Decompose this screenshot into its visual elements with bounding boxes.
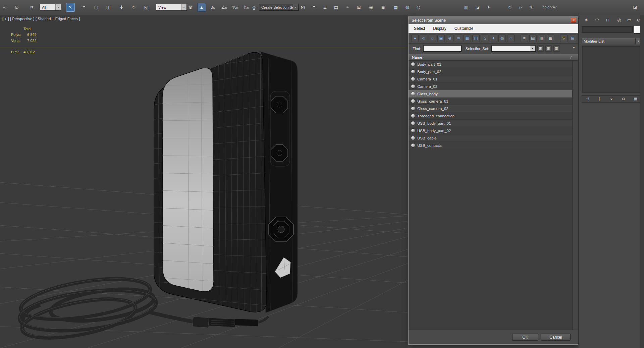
display-shapes-icon[interactable]: ◇: [420, 35, 427, 42]
render-setup-icon[interactable]: ▣: [379, 3, 388, 12]
viewport-label[interactable]: [ + ] [ Perspective ] [ Shaded + Edged F…: [2, 17, 80, 21]
dialog-titlebar[interactable]: Select From Scene ✕: [409, 17, 578, 24]
unlink-selection-icon[interactable]: ∅: [12, 3, 21, 12]
configure-sets-icon[interactable]: ▤: [632, 96, 640, 102]
utility-a-icon[interactable]: ◪: [473, 3, 482, 12]
display-bones-icon[interactable]: ⌂: [481, 35, 488, 42]
selection-filter-icon[interactable]: ▽: [560, 35, 568, 42]
display-xrefs-icon[interactable]: ◫: [472, 35, 480, 42]
create-tab-icon[interactable]: ✶: [582, 16, 591, 24]
select-by-set-icon[interactable]: ⊡: [553, 45, 560, 52]
scene-undo-icon[interactable]: ↻: [505, 3, 514, 12]
scene-list-item[interactable]: Body_part_01: [409, 61, 573, 68]
display-hidden-icon[interactable]: ▱: [507, 35, 515, 42]
schematic-view-icon[interactable]: ⊞: [355, 3, 363, 12]
display-expand-icon[interactable]: ▦: [547, 35, 554, 42]
menu-select[interactable]: Select: [410, 24, 429, 33]
select-and-rotate-icon[interactable]: ↻: [129, 3, 138, 12]
align-icon[interactable]: ≡: [310, 3, 318, 12]
rendered-frame-icon[interactable]: ▦: [391, 3, 400, 12]
select-object-icon[interactable]: ↖: [66, 3, 75, 12]
curve-editor-icon[interactable]: ≈: [343, 3, 352, 12]
scene-list-item[interactable]: Glsss_camera_01: [409, 98, 573, 105]
mirror-icon[interactable]: ⋈: [299, 3, 307, 12]
scene-list-item[interactable]: Camera_02: [409, 83, 573, 90]
display-invert-icon[interactable]: ▥: [538, 35, 545, 42]
script-editor-icon[interactable]: ▥: [462, 3, 471, 12]
rectangular-selection-icon[interactable]: ▢: [92, 3, 101, 12]
scene-list-item[interactable]: USB_body_part_01: [409, 120, 573, 127]
add-selected-icon[interactable]: ⊟: [545, 45, 552, 52]
close-icon[interactable]: ✕: [571, 18, 576, 23]
modify-tab-icon[interactable]: ◠: [592, 16, 602, 24]
cancel-button[interactable]: Cancel: [541, 334, 571, 341]
modifier-stack[interactable]: [582, 46, 642, 93]
scene-list-item[interactable]: USB_cable: [409, 134, 573, 142]
motion-tab-icon[interactable]: ◎: [614, 16, 624, 24]
list-scrollbar[interactable]: [572, 61, 578, 330]
scene-list-item[interactable]: Camera_01: [409, 75, 573, 83]
scene-list-item[interactable]: Glass_body: [409, 90, 573, 98]
viewport[interactable]: [ + ] [ Perspective ] [ Shaded + Edged F…: [0, 15, 408, 348]
named-selection-sets-icon[interactable]: {}: [250, 3, 258, 12]
show-end-result-icon[interactable]: ∥: [595, 96, 603, 102]
chevron-down-icon[interactable]: ▼: [573, 46, 575, 49]
display-cameras-icon[interactable]: ▣: [437, 35, 445, 42]
ok-button[interactable]: OK: [512, 334, 538, 341]
bind-to-space-warp-icon[interactable]: ≋: [28, 3, 36, 12]
star-tool-icon[interactable]: ✳: [527, 3, 536, 12]
display-helpers-icon[interactable]: ⊕: [446, 35, 453, 42]
display-frozen-icon[interactable]: ◍: [498, 35, 506, 42]
display-groups-icon[interactable]: ▦: [464, 35, 471, 42]
list-header[interactable]: Name ∕: [409, 54, 578, 61]
display-geometry-icon[interactable]: ●: [411, 35, 419, 42]
snap-toggle-icon[interactable]: 3ₙ: [208, 3, 217, 12]
layer-manager-icon[interactable]: ≣: [321, 3, 329, 12]
scene-list-item[interactable]: Glsss_camera_02: [409, 105, 573, 112]
angle-snap-icon[interactable]: ∠ₙ: [220, 3, 228, 12]
hierarchy-tab-icon[interactable]: ⊓: [603, 16, 612, 24]
percent-snap-icon[interactable]: %ₙ: [231, 3, 239, 12]
create-new-set-icon[interactable]: ⊞: [537, 45, 544, 52]
play-animation-icon[interactable]: ▹: [516, 3, 525, 12]
display-tab-icon[interactable]: ▭: [625, 16, 634, 24]
material-editor-icon[interactable]: ◉: [367, 3, 375, 12]
modifier-list-dropdown[interactable]: Modifier List ▼: [582, 38, 642, 44]
object-name-field[interactable]: [582, 26, 633, 33]
display-spacewarps-icon[interactable]: ≋: [455, 35, 462, 42]
selection-filter-dropdown[interactable]: All ▼: [40, 4, 61, 11]
pin-stack-icon[interactable]: ⊣: [583, 96, 591, 102]
select-and-manipulate-icon[interactable]: ⊕: [186, 3, 195, 12]
display-all-icon[interactable]: ≡: [521, 35, 528, 42]
select-and-scale-icon[interactable]: ◱: [142, 3, 151, 12]
menu-display[interactable]: Display: [429, 24, 450, 33]
selection-set-dropdown[interactable]: ▼: [491, 45, 536, 52]
render-iterative-icon[interactable]: ◎: [414, 3, 423, 12]
menu-customize[interactable]: Customize: [450, 24, 478, 33]
select-and-move-icon[interactable]: ✚: [117, 3, 126, 12]
display-lights-icon[interactable]: ☼: [429, 35, 436, 42]
viewport-canvas[interactable]: [0, 15, 408, 348]
select-by-name-icon[interactable]: ≡: [79, 3, 88, 12]
named-selection-set-dropdown[interactable]: Create Selection Se ▼: [259, 4, 299, 11]
corner-tool-icon[interactable]: ◪: [631, 3, 639, 12]
utilities-tab-icon[interactable]: ⊙: [634, 16, 643, 24]
display-containers-icon[interactable]: ✦: [490, 35, 497, 42]
render-production-icon[interactable]: ◍: [403, 3, 412, 12]
ribbon-toggle-icon[interactable]: ▤: [332, 3, 340, 12]
select-and-link-icon[interactable]: ∞: [0, 3, 9, 12]
find-input[interactable]: [423, 45, 462, 52]
remove-modifier-icon[interactable]: ⊘: [620, 96, 628, 102]
command-panel-scrollbar[interactable]: [640, 15, 644, 348]
scene-list-item[interactable]: USB_body_part_02: [409, 127, 573, 134]
scene-list-item[interactable]: USB_contacts: [409, 142, 573, 149]
make-unique-icon[interactable]: ⋎: [607, 96, 615, 102]
window-crossing-icon[interactable]: ◫: [104, 3, 113, 12]
display-none-icon[interactable]: ▤: [529, 35, 537, 42]
utility-b-icon[interactable]: ✦: [484, 3, 493, 12]
column-chooser-icon[interactable]: ⊞: [569, 35, 576, 42]
select-and-place-icon[interactable]: ▲: [197, 3, 206, 12]
scene-list-item[interactable]: Body_part_02: [409, 68, 573, 75]
view-dropdown[interactable]: View ▼: [156, 4, 187, 11]
scene-list-item[interactable]: Threaded_connection: [409, 112, 573, 120]
